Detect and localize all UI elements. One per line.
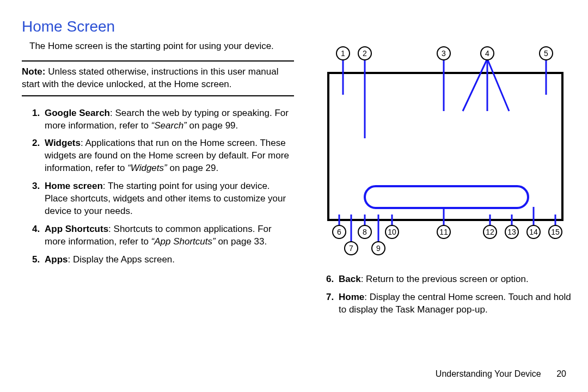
list-item: Back: Return to the previous screen or o…: [336, 273, 572, 286]
device-diagram: 1 2 3 4 5 6 8 10 11 12 13 14 15 7 9: [316, 40, 572, 264]
list-item: Home: Display the central Home screen. T…: [336, 291, 572, 316]
callout-12: 12: [483, 225, 497, 238]
list-item: App Shortcuts: Shortcuts to common appli…: [42, 223, 294, 248]
callout-1: 1: [336, 47, 350, 60]
list-item: Widgets: Applications that run on the Ho…: [42, 137, 294, 175]
svg-text:2: 2: [363, 49, 367, 58]
callout-8: 8: [358, 225, 371, 238]
svg-text:4: 4: [485, 49, 489, 58]
callout-13: 13: [505, 225, 518, 238]
callout-2: 2: [358, 47, 371, 60]
svg-text:1: 1: [341, 49, 345, 58]
footer: Understanding Your Device 20: [436, 368, 566, 380]
numbered-list-left: Google Search: Search the web by typing …: [27, 107, 294, 266]
svg-text:15: 15: [551, 228, 560, 236]
list-item: Google Search: Search the web by typing …: [42, 107, 294, 132]
intro-text: The Home screen is the starting point fo…: [29, 40, 294, 53]
svg-text:13: 13: [507, 228, 516, 236]
callout-14: 14: [527, 225, 540, 238]
note-box: Note: Unless stated otherwise, instructi…: [22, 60, 294, 96]
content-columns: The Home screen is the starting point fo…: [22, 40, 566, 322]
svg-text:11: 11: [439, 228, 448, 236]
left-column: The Home screen is the starting point fo…: [22, 40, 294, 322]
list-item: Home screen: The starting point for usin…: [42, 180, 294, 218]
svg-text:14: 14: [529, 228, 538, 236]
callout-9: 9: [372, 242, 385, 255]
numbered-list-right: Back: Return to the previous screen or o…: [321, 273, 572, 316]
svg-text:5: 5: [544, 49, 548, 58]
footer-section: Understanding Your Device: [436, 369, 541, 378]
list-item: Apps: Display the Apps screen.: [42, 254, 294, 266]
callout-10: 10: [385, 225, 399, 238]
callout-7: 7: [345, 242, 358, 255]
svg-text:3: 3: [442, 49, 446, 58]
svg-text:9: 9: [376, 244, 381, 253]
callout-5: 5: [540, 47, 553, 60]
callout-15: 15: [549, 225, 562, 238]
callout-6: 6: [333, 225, 346, 238]
callout-3: 3: [437, 47, 450, 60]
callout-11: 11: [437, 225, 450, 238]
note-label: Note:: [22, 66, 45, 77]
svg-text:6: 6: [337, 228, 341, 236]
svg-text:7: 7: [349, 244, 353, 253]
svg-text:12: 12: [486, 228, 494, 236]
svg-text:10: 10: [388, 228, 396, 236]
right-column: 1 2 3 4 5 6 8 10 11 12 13 14 15 7 9 Back…: [316, 40, 572, 322]
page-title: Home Screen: [22, 16, 566, 37]
callout-4: 4: [481, 47, 494, 60]
note-body: Unless stated otherwise, instructions in…: [22, 66, 278, 89]
footer-page: 20: [556, 369, 566, 378]
svg-text:8: 8: [363, 228, 367, 236]
